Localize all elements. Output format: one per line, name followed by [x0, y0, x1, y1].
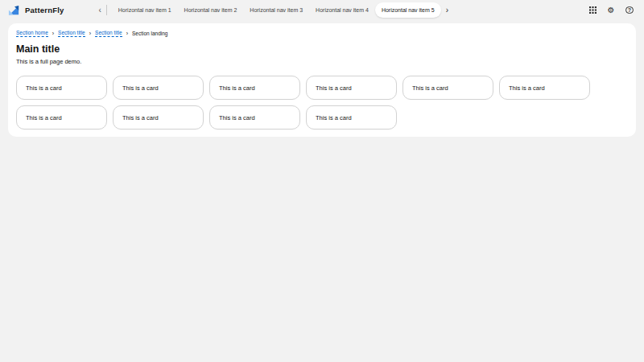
card[interactable]: This is a card [306, 105, 397, 130]
card[interactable]: This is a card [16, 76, 107, 100]
breadcrumb-link-section-title-2[interactable]: Section title [95, 30, 122, 37]
card-gallery: This is a card This is a card This is a … [16, 76, 590, 130]
breadcrumb-link-section-home[interactable]: Section home [16, 30, 48, 37]
masthead-utilities: ⚙ ? [588, 6, 634, 15]
nav-scroll-forward-button[interactable]: › [444, 5, 451, 16]
card[interactable]: This is a card [402, 76, 493, 100]
content-panel: Section home › Section title › Section t… [8, 23, 636, 137]
breadcrumb-link-section-title-1[interactable]: Section title [58, 30, 85, 37]
patternfly-logo-icon [8, 4, 20, 16]
gear-icon: ⚙ [608, 6, 615, 14]
card[interactable]: This is a card [499, 76, 590, 100]
card[interactable]: This is a card [113, 105, 204, 130]
breadcrumb: Section home › Section title › Section t… [16, 30, 628, 37]
card[interactable]: This is a card [209, 105, 300, 130]
brand-name: PatternFly [25, 6, 64, 14]
card[interactable]: This is a card [306, 76, 397, 100]
masthead: PatternFly ‹ Horizontal nav item 1 Horiz… [0, 0, 644, 20]
card[interactable]: This is a card [209, 76, 300, 100]
nav-item-3[interactable]: Horizontal nav item 3 [243, 2, 309, 18]
breadcrumb-chevron-icon: › [89, 31, 91, 36]
breadcrumb-chevron-icon: › [52, 31, 54, 36]
card[interactable]: This is a card [113, 76, 204, 100]
settings-button[interactable]: ⚙ [606, 6, 616, 15]
nav-scroll-back-button[interactable]: ‹ [96, 5, 103, 16]
breadcrumb-chevron-icon: › [126, 31, 128, 36]
nav-item-1[interactable]: Horizontal nav item 1 [112, 2, 178, 18]
brand[interactable]: PatternFly [8, 4, 64, 16]
chevron-left-icon: ‹ [98, 6, 101, 14]
nav-item-5-selected[interactable]: Horizontal nav item 5 [375, 2, 441, 18]
nav-item-4[interactable]: Horizontal nav item 4 [309, 2, 375, 18]
chevron-right-icon: › [446, 6, 448, 14]
horizontal-nav: Horizontal nav item 1 Horizontal nav ite… [112, 2, 441, 18]
page-title: Main title [16, 43, 628, 55]
help-button[interactable]: ? [625, 6, 634, 15]
app-launcher-button[interactable] [588, 6, 597, 15]
card[interactable]: This is a card [16, 105, 107, 130]
nav-divider [106, 5, 107, 15]
grid-icon [589, 6, 597, 14]
question-circle-icon: ? [625, 6, 634, 14]
page-subtitle: This is a full page demo. [16, 58, 628, 65]
nav-item-2[interactable]: Horizontal nav item 2 [178, 2, 244, 18]
breadcrumb-current-item: Section landing [132, 31, 167, 36]
